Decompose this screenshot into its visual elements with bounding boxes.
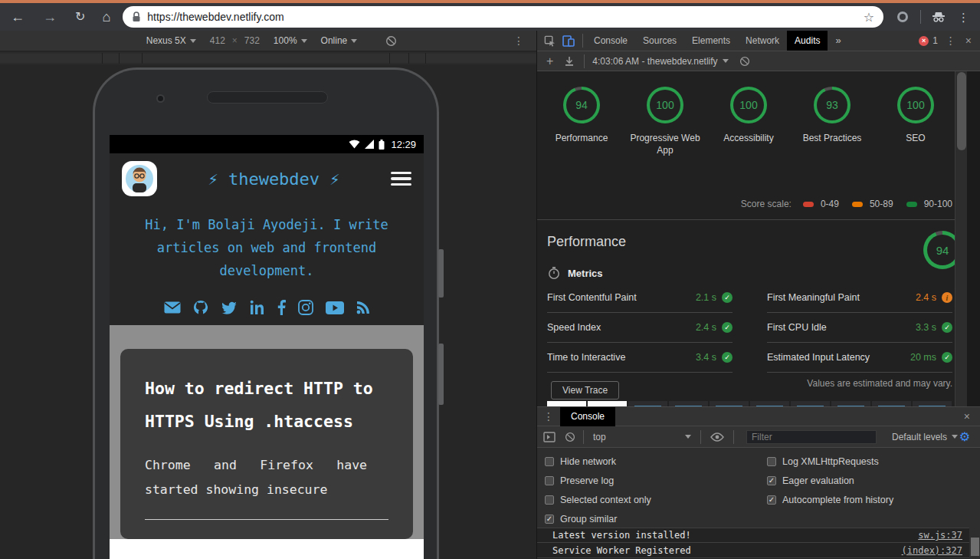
browser-navbar: ← → ↻ ⌂ https://thewebdev.netlify.com ☆ …: [0, 3, 980, 31]
log-levels-select[interactable]: Default levels: [892, 432, 958, 442]
checkbox[interactable]: [545, 495, 554, 505]
checkbox-hide-network[interactable]: Hide network: [537, 456, 759, 467]
source-link[interactable]: (index):327: [902, 545, 962, 556]
device-height-field[interactable]: 732: [244, 35, 260, 46]
checkbox[interactable]: ✓: [767, 476, 776, 485]
post-title[interactable]: How to redirect HTTP to HTTPS Using .hta…: [145, 372, 375, 438]
pass-check-icon: ✓: [722, 322, 733, 333]
linkedin-icon[interactable]: [250, 300, 265, 315]
estimate-disclaimer: Values are estimated and may vary.: [807, 378, 952, 389]
checkbox-log-xhr[interactable]: Log XMLHttpRequests: [759, 456, 980, 467]
device-toolbar-menu-icon[interactable]: ⋮: [513, 35, 524, 47]
home-icon[interactable]: ⌂: [102, 10, 110, 24]
url-bar[interactable]: https://thewebdev.netlify.com ☆: [123, 6, 883, 28]
site-header: ⚡ thewebdev ⚡ Hi, I'm Bolaji Ayodeji. I …: [110, 153, 424, 325]
inspect-icon[interactable]: [544, 35, 556, 47]
view-trace-button[interactable]: View Trace: [551, 381, 619, 400]
new-audit-icon[interactable]: +: [546, 54, 553, 68]
twitter-icon[interactable]: [221, 301, 238, 314]
audit-run-select[interactable]: 4:03:06 AM - thewebdev.netlify: [592, 56, 717, 67]
score-pwa[interactable]: 100 Progressive Web App: [625, 87, 705, 156]
console-scrollbar[interactable]: [969, 528, 980, 559]
checkbox-selected-context[interactable]: Selected context only: [537, 495, 759, 505]
checkbox-eager-evaluation[interactable]: ✓ Eager evaluation: [759, 475, 980, 486]
github-icon[interactable]: [193, 300, 208, 315]
media-query-bar[interactable]: [0, 52, 536, 64]
rss-icon[interactable]: [356, 301, 370, 314]
source-link[interactable]: sw.js:37: [918, 530, 962, 541]
download-report-icon[interactable]: [564, 56, 575, 67]
scrollbar-thumb[interactable]: [971, 538, 979, 556]
metric-row: Time to Interactive 3.4 s ✓: [547, 343, 733, 373]
tab-network[interactable]: Network: [738, 31, 787, 51]
device-width-field[interactable]: 412: [210, 35, 225, 46]
chevron-down-icon: [685, 435, 691, 439]
error-badge-icon[interactable]: ×: [919, 36, 929, 46]
checkbox-group-similar[interactable]: ✓ Group similar: [537, 514, 759, 524]
zoom-select[interactable]: 100%: [274, 35, 307, 46]
live-expression-eye-icon[interactable]: [710, 432, 724, 442]
device-select[interactable]: Nexus 5X: [146, 35, 196, 46]
device-toolbar: Nexus 5X 412 × 732 100% Online ⋮: [0, 31, 536, 51]
context-select[interactable]: top: [593, 432, 691, 442]
pass-check-icon: ✓: [722, 352, 733, 363]
drawer-close-icon[interactable]: ×: [964, 410, 970, 423]
youtube-icon[interactable]: [326, 301, 344, 314]
checkbox-preserve-log[interactable]: Preserve log: [537, 475, 759, 486]
forward-icon[interactable]: →: [43, 10, 57, 24]
reload-icon[interactable]: ↻: [75, 11, 85, 23]
url-text[interactable]: https://thewebdev.netlify.com: [147, 11, 864, 23]
score-best-practices[interactable]: 93 Best Practices: [792, 87, 872, 156]
post-card[interactable]: How to redirect HTTP to HTTPS Using .hta…: [120, 349, 413, 539]
average-info-icon: i: [942, 292, 952, 303]
throttle-select[interactable]: Online: [321, 35, 358, 46]
tab-elements[interactable]: Elements: [684, 31, 738, 51]
back-icon[interactable]: ←: [11, 10, 25, 24]
checkbox-autocomplete-history[interactable]: ✓ Autocomplete from history: [759, 495, 980, 505]
post-excerpt: Chrome and Firefox have started showing …: [145, 453, 367, 502]
console-filter-input[interactable]: [746, 430, 877, 444]
no-throttle-icon[interactable]: [385, 35, 397, 47]
more-tabs-icon[interactable]: »: [828, 31, 848, 51]
site-title[interactable]: ⚡ thewebdev ⚡: [157, 169, 391, 189]
drawer-menu-icon[interactable]: ⋮: [543, 410, 554, 423]
devtools-close-icon[interactable]: ×: [965, 35, 972, 47]
wifi-icon: [349, 140, 360, 149]
incognito-extension-icon[interactable]: [932, 12, 946, 22]
scrollbar-thumb[interactable]: [957, 72, 966, 150]
checkbox[interactable]: [545, 476, 554, 485]
facebook-icon[interactable]: [277, 300, 286, 315]
checkbox[interactable]: ✓: [545, 515, 554, 524]
browser-menu-icon[interactable]: ⋮: [958, 12, 969, 23]
extension-icon[interactable]: [897, 12, 908, 22]
clear-console-icon[interactable]: [565, 432, 575, 442]
screenshot-root: ← → ↻ ⌂ https://thewebdev.netlify.com ☆ …: [0, 0, 980, 559]
hamburger-menu-icon[interactable]: [391, 172, 411, 186]
instagram-icon[interactable]: [298, 300, 313, 315]
audits-right-gutter: [967, 71, 980, 406]
device-toolbar-toggle-icon[interactable]: [562, 35, 575, 47]
clear-audits-icon[interactable]: [739, 56, 750, 67]
audits-scrollbar[interactable]: [955, 71, 967, 406]
drawer-tab-console[interactable]: Console: [560, 407, 615, 426]
score-accessibility[interactable]: 100 Accessibility: [709, 87, 788, 156]
next-card-strip: [110, 539, 424, 559]
tab-audits[interactable]: Audits: [787, 31, 828, 51]
console-sidebar-toggle-icon[interactable]: [543, 432, 556, 442]
score-seo[interactable]: 100 SEO: [876, 87, 955, 156]
tab-console[interactable]: Console: [586, 31, 635, 51]
checkbox[interactable]: ✓: [767, 495, 776, 505]
email-icon[interactable]: [164, 301, 181, 314]
bookmark-star-icon[interactable]: ☆: [864, 10, 874, 25]
console-message: Service Worker Registered (index):327: [537, 543, 980, 558]
error-count[interactable]: 1: [932, 35, 938, 46]
checkbox[interactable]: [767, 457, 776, 466]
signal-icon: [364, 140, 375, 149]
console-settings-gear-icon[interactable]: ⚙: [959, 429, 970, 444]
tab-sources[interactable]: Sources: [635, 31, 684, 51]
drawer-header: ⋮ Console ×: [537, 406, 980, 426]
score-performance[interactable]: 94 Performance: [542, 87, 621, 156]
devtools-menu-icon[interactable]: ⋮: [946, 35, 956, 47]
checkbox[interactable]: [545, 457, 554, 466]
avatar[interactable]: [122, 161, 157, 196]
